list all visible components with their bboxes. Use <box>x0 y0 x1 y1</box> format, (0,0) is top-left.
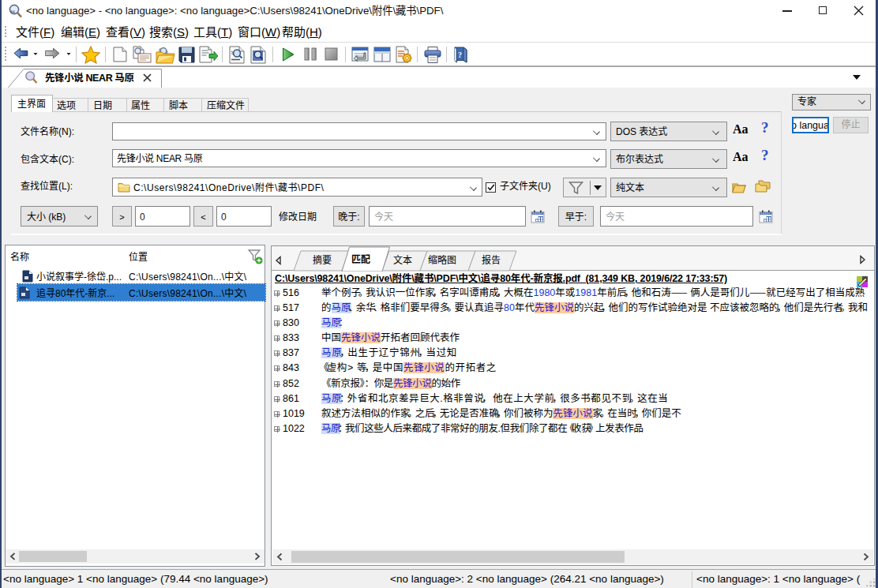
svg-text:64: 64 <box>10 9 15 14</box>
svg-text:?: ? <box>458 51 462 59</box>
